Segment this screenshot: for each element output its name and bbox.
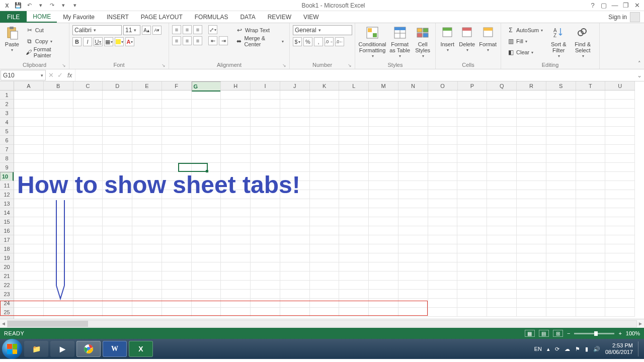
row-header-19[interactable]: 19 <box>0 253 14 262</box>
orientation-button[interactable]: ⤢▾ <box>208 25 217 34</box>
row-header-15[interactable]: 15 <box>0 217 14 226</box>
alignment-launcher-icon[interactable]: ↘ <box>282 63 286 68</box>
fill-color-button[interactable]: ▾ <box>115 37 124 46</box>
row-header-18[interactable]: 18 <box>0 244 14 253</box>
page-layout-view-icon[interactable]: ▤ <box>539 330 549 337</box>
align-top-button[interactable]: ≡ <box>172 25 181 34</box>
row-header-10[interactable]: 10 <box>0 172 14 181</box>
tray-onedrive-icon[interactable]: ☁ <box>565 346 570 352</box>
copy-button[interactable]: ⧉Copy▾ <box>23 36 66 46</box>
help-icon[interactable]: ? <box>588 2 598 10</box>
row-header-6[interactable]: 6 <box>0 136 14 145</box>
align-right-button[interactable]: ≡ <box>193 36 202 45</box>
select-all-corner[interactable] <box>0 81 14 90</box>
clear-button[interactable]: ◧Clear▾ <box>504 47 545 57</box>
column-header-N[interactable]: N <box>398 81 428 90</box>
row-header-9[interactable]: 9 <box>0 163 14 172</box>
close-icon[interactable]: ✕ <box>632 2 642 10</box>
row-header-4[interactable]: 4 <box>0 118 14 127</box>
row-header-14[interactable]: 14 <box>0 208 14 217</box>
zoom-in-icon[interactable]: + <box>618 330 621 336</box>
column-header-G[interactable]: G <box>192 81 221 92</box>
sheet-nav-prev-icon[interactable]: ◄ <box>0 321 7 326</box>
tab-home[interactable]: HOME <box>27 11 57 23</box>
horizontal-scrollbar[interactable] <box>7 320 637 327</box>
tab-review[interactable]: REVIEW <box>262 11 297 23</box>
sort-filter-button[interactable]: AZSort & Filter▾ <box>547 25 570 60</box>
insert-cells-button[interactable]: Insert▾ <box>439 25 456 54</box>
italic-button[interactable]: I <box>83 37 92 46</box>
horizontal-scroll-thumb[interactable] <box>8 321 88 327</box>
tab-view[interactable]: VIEW <box>297 11 325 23</box>
tray-language[interactable]: EN <box>534 346 542 352</box>
clipboard-launcher-icon[interactable]: ↘ <box>62 63 66 68</box>
formula-input[interactable] <box>75 69 635 81</box>
taskbar-media-player[interactable]: ▶ <box>50 341 74 357</box>
row-header-11[interactable]: 11 <box>0 181 14 190</box>
column-headers[interactable]: ABCDEFGHIJKLMNOPQRSTU <box>14 81 635 90</box>
zoom-level[interactable]: 100% <box>626 330 640 336</box>
row-header-7[interactable]: 7 <box>0 145 14 154</box>
row-header-12[interactable]: 12 <box>0 190 14 199</box>
column-header-A[interactable]: A <box>14 81 44 90</box>
font-size-select[interactable]: 11▾ <box>123 25 140 35</box>
row-header-1[interactable]: 1 <box>0 90 14 100</box>
row-header-5[interactable]: 5 <box>0 127 14 136</box>
column-header-T[interactable]: T <box>576 81 606 90</box>
row-header-3[interactable]: 3 <box>0 109 14 118</box>
column-header-H[interactable]: H <box>221 81 251 90</box>
tab-insert[interactable]: INSERT <box>101 11 135 23</box>
row-header-8[interactable]: 8 <box>0 154 14 163</box>
underline-button[interactable]: U▾ <box>94 37 103 46</box>
tab-page-layout[interactable]: PAGE LAYOUT <box>135 11 189 23</box>
taskbar-excel[interactable]: X <box>129 341 153 357</box>
tray-show-hidden-icon[interactable]: ▴ <box>547 346 550 352</box>
undo-dropdown-icon[interactable]: ▾ <box>37 2 45 10</box>
column-header-O[interactable]: O <box>428 81 458 90</box>
tray-clock[interactable]: 2:53 PM 08/06/2017 <box>605 342 633 355</box>
redo-dropdown-icon[interactable]: ▾ <box>59 2 67 10</box>
wrap-text-button[interactable]: ↩Wrap Text <box>233 25 286 35</box>
row-header-22[interactable]: 22 <box>0 281 14 290</box>
font-name-select[interactable]: Calibri▾ <box>72 25 122 35</box>
column-header-E[interactable]: E <box>132 81 162 90</box>
sign-in-link[interactable]: Sign in <box>604 11 644 23</box>
font-launcher-icon[interactable]: ↘ <box>162 63 166 68</box>
cells-area[interactable] <box>14 90 635 319</box>
merge-center-button[interactable]: ⬌Merge & Center▾ <box>233 36 286 46</box>
column-header-I[interactable]: I <box>251 81 280 90</box>
column-header-D[interactable]: D <box>103 81 132 90</box>
taskbar-word[interactable]: W <box>103 341 127 357</box>
row-header-13[interactable]: 13 <box>0 199 14 208</box>
column-header-B[interactable]: B <box>44 81 73 90</box>
row-header-25[interactable]: 25 <box>0 308 14 317</box>
tray-sync-icon[interactable]: ⟳ <box>555 346 559 352</box>
align-bottom-button[interactable]: ≡ <box>193 25 202 34</box>
row-header-17[interactable]: 17 <box>0 235 14 244</box>
align-middle-button[interactable]: ≡ <box>183 25 192 34</box>
format-cells-button[interactable]: Format▾ <box>478 25 498 54</box>
row-header-2[interactable]: 2 <box>0 100 14 109</box>
cell-styles-button[interactable]: Cell Styles▾ <box>413 25 432 60</box>
format-as-table-button[interactable]: Format as Table▾ <box>388 25 411 60</box>
tab-data[interactable]: DATA <box>234 11 261 23</box>
accounting-format-button[interactable]: $▾ <box>293 37 302 46</box>
row-headers[interactable]: 1234567891011121314151617181920212223242… <box>0 90 14 319</box>
tray-network-icon[interactable]: ▮ <box>585 346 588 352</box>
font-color-button[interactable]: A▾ <box>125 37 134 46</box>
tab-file[interactable]: FILE <box>0 11 27 23</box>
column-header-K[interactable]: K <box>310 81 340 90</box>
row-header-24[interactable]: 24 <box>0 299 14 308</box>
comma-format-button[interactable]: , <box>314 37 323 46</box>
column-header-L[interactable]: L <box>339 81 369 90</box>
expand-formula-bar-icon[interactable]: ⌄ <box>635 69 644 81</box>
ribbon-display-options-icon[interactable]: ▢ <box>599 2 609 10</box>
restore-icon[interactable]: ❐ <box>621 2 631 10</box>
worksheet-grid[interactable]: ABCDEFGHIJKLMNOPQRSTU 123456789101112131… <box>0 81 644 319</box>
tab-formulas[interactable]: FORMULAS <box>189 11 234 23</box>
column-header-S[interactable]: S <box>546 81 576 90</box>
cancel-icon[interactable]: ✕ <box>48 71 54 79</box>
tab-my-favorite[interactable]: My Favorite <box>57 11 101 23</box>
number-format-select[interactable]: General▾ <box>293 25 352 35</box>
column-header-M[interactable]: M <box>369 81 398 90</box>
